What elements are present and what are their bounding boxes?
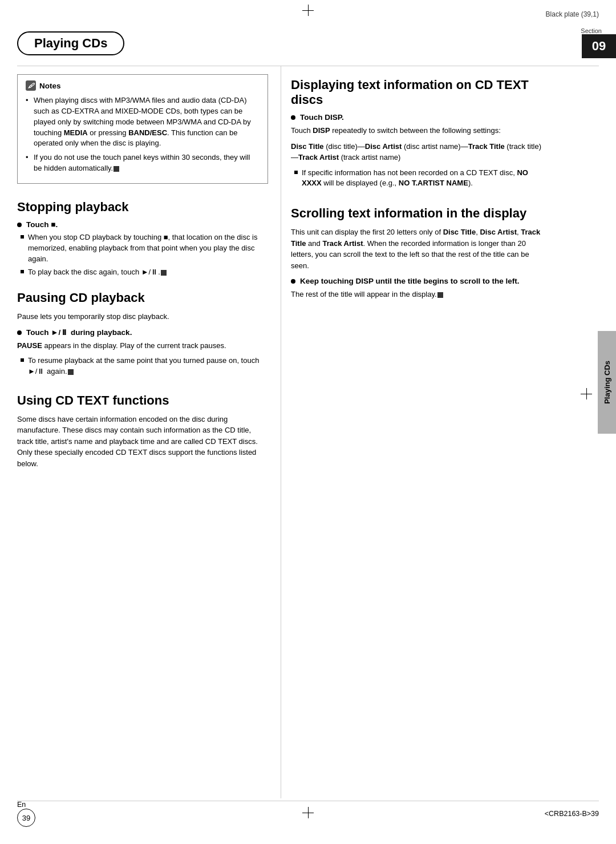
displaying-heading: Displaying text information on CD TEXT d… (291, 78, 548, 107)
stopping-body2: To play back the disc again, touch ►/⏸. (17, 267, 268, 278)
page-container: Black plate (39,1) Section 09 Playing CD… (0, 0, 616, 844)
stopping-body1: When you stop CD playback by touching ■,… (17, 232, 268, 265)
notes-header: 🖊 Notes (26, 80, 260, 91)
displaying-body1: Touch DISP repeatedly to switch between … (291, 125, 548, 136)
stopping-sub-heading: Touch ■. (17, 220, 268, 229)
footer: En 39 <CRB2163-B>39 (0, 801, 616, 827)
left-column: 🖊 Notes When playing discs with MP3/WMA … (17, 74, 268, 474)
bullet-circle-pause (17, 330, 22, 335)
note-item-2: If you do not use the touch panel keys w… (26, 152, 260, 174)
crosshair-right-side (581, 388, 592, 399)
displaying-body3-text: If specific information has not been rec… (302, 168, 548, 189)
pausing-body2-text: To resume playback at the same point tha… (28, 356, 268, 377)
displaying-sub-heading: Touch DISP. (291, 113, 548, 122)
bullet-circle-disp (291, 115, 295, 120)
square-bullet-1 (21, 235, 24, 239)
pausing-sub-heading: Touch ►/⏸ during playback. (17, 328, 268, 337)
scrolling-body1: This unit can display the first 20 lette… (291, 227, 548, 271)
footer-page-num: 39 (17, 809, 35, 827)
footer-lang-text: En (17, 801, 26, 809)
scrolling-body2: The rest of the title will appear in the… (291, 289, 548, 300)
square-bullet-2 (21, 270, 24, 273)
scrolling-sub-heading: Keep touching DISP until the title begin… (291, 277, 548, 285)
section-label: Section (581, 27, 602, 34)
top-rule (17, 66, 599, 66)
square-bullet-3 (21, 358, 24, 362)
notes-label: Notes (39, 82, 61, 90)
scrolling-sub-text: Keep touching DISP until the title begin… (300, 277, 520, 285)
using-cd-text-body: Some discs have certain information enco… (17, 414, 268, 470)
pausing-body1: PAUSE appears in the display. Play of th… (17, 340, 268, 352)
footer-lang: En 39 (17, 801, 35, 827)
crosshair-top-center (302, 5, 314, 16)
header-plate-text: Black plate (39,1) (546, 10, 599, 18)
section-badge: 09 (582, 34, 616, 58)
col-divider (281, 66, 281, 798)
pausing-body2: To resume playback at the same point tha… (17, 356, 268, 377)
scrolling-heading: Scrolling text information in the displa… (291, 206, 548, 221)
footer-product-code: <CRB2163-B>39 (545, 810, 599, 818)
right-column: Displaying text information on CD TEXT d… (291, 74, 587, 305)
square-icon-pause (68, 369, 74, 375)
displaying-sub-text: Touch DISP. (300, 113, 344, 122)
side-tab-text: Playing CDs (603, 361, 611, 404)
side-tab: Playing CDs (598, 331, 616, 434)
displaying-body3: If specific information has not been rec… (291, 168, 548, 189)
square-icon-note (114, 166, 119, 172)
notes-icon: 🖊 (26, 80, 36, 91)
stopping-body1-text: When you stop CD playback by touching ■,… (28, 232, 268, 265)
square-bullet-4 (294, 171, 298, 174)
note-item-1: When playing discs with MP3/WMA files an… (26, 95, 260, 149)
notes-box: 🖊 Notes When playing discs with MP3/WMA … (17, 74, 268, 184)
pausing-heading: Pausing CD playback (17, 290, 268, 305)
page-title: Playing CDs (17, 31, 124, 55)
square-icon-scroll (437, 292, 443, 298)
pausing-intro: Pause lets you temporarily stop disc pla… (17, 311, 268, 322)
pausing-sub-text: Touch ►/⏸ during playback. (26, 328, 132, 337)
square-icon-stop (161, 270, 167, 276)
stopping-heading: Stopping playback (17, 200, 268, 215)
bullet-circle-stop (17, 223, 22, 227)
notes-list: When playing discs with MP3/WMA files an… (26, 95, 260, 174)
displaying-body2: Disc Title (disc title)—Disc Artist (dis… (291, 141, 548, 163)
using-cd-text-heading: Using CD TEXT functions (17, 393, 268, 408)
bullet-circle-scroll (291, 279, 295, 284)
stopping-body2-text: To play back the disc again, touch ►/⏸. (28, 267, 167, 278)
stopping-sub-text: Touch ■. (26, 220, 58, 229)
